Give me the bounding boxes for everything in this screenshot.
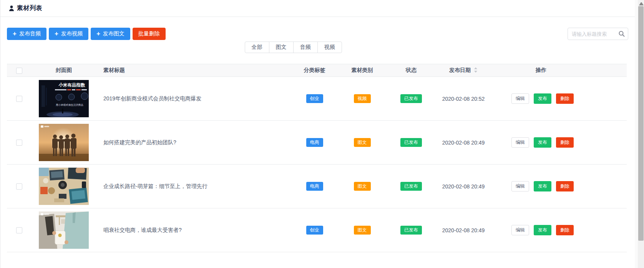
scrollbar-thumb[interactable] <box>638 6 644 241</box>
header-cover: 封面图 <box>31 64 96 77</box>
material-table-wrap: 封面图 素材标题 分类标签 素材类别 状态 发布日期 操作 <box>0 53 635 252</box>
table-row: 如何搭建完美的产品初始团队? 电商 图文 已发布 2020-02-08 20:4… <box>7 121 627 165</box>
main-panel: 素材列表 + 发布音频 + 发布视频 + 发布图文 批量删除 <box>0 0 635 268</box>
publish-button[interactable]: 发布 <box>534 225 551 235</box>
filter-video[interactable]: 视频 <box>317 42 342 53</box>
cover-thumbnail-handoff <box>39 211 89 249</box>
table-row: 小米有品指数 用小米模式做生活消费品 2019年创 <box>7 77 627 121</box>
cover-thumbnail-desk <box>39 168 89 205</box>
header-category: 分类标签 <box>296 64 333 77</box>
select-all-checkbox[interactable] <box>16 68 22 74</box>
category-tag: 电商 <box>306 138 323 146</box>
scrollbar[interactable] <box>638 0 644 268</box>
type-tag: 图文 <box>354 226 371 234</box>
viewport: 素材列表 + 发布音频 + 发布视频 + 发布图文 批量删除 <box>0 0 644 268</box>
type-tag: 视频 <box>354 94 371 103</box>
search-box <box>568 28 628 40</box>
plus-icon: + <box>96 30 100 37</box>
cover-thumbnail-stage: 小米有品指数 用小米模式做生活消费品 <box>39 80 89 117</box>
publish-date: 2020-02-08 20:49 <box>442 140 485 146</box>
header-status: 状态 <box>392 64 431 77</box>
filter-group: 全部 图文 音频 视频 <box>0 42 586 53</box>
plus-icon: + <box>13 30 17 37</box>
row-checkbox[interactable] <box>16 227 22 233</box>
publish-date: 2020-02-08 20:49 <box>442 183 485 190</box>
scroll-gap <box>635 0 638 268</box>
row-checkbox[interactable] <box>16 96 22 102</box>
publish-button[interactable]: 发布 <box>534 181 551 191</box>
select-all-header <box>7 64 31 77</box>
row-checkbox[interactable] <box>16 140 22 146</box>
delete-button[interactable]: 删除 <box>556 137 574 147</box>
sort-icon[interactable] <box>474 67 478 74</box>
edit-button[interactable]: 编辑 <box>511 225 529 235</box>
filter-article[interactable]: 图文 <box>269 42 294 53</box>
topbar: 素材列表 <box>0 0 635 17</box>
material-table: 封面图 素材标题 分类标签 素材类别 状态 发布日期 操作 <box>7 64 627 252</box>
publish-button[interactable]: 发布 <box>534 93 551 103</box>
publish-video-button[interactable]: + 发布视频 <box>49 28 88 40</box>
category-tag: 创业 <box>306 94 323 103</box>
publish-date: 2020-02-08 20:49 <box>442 227 485 233</box>
svg-text:用小米模式做生活消费品: 用小米模式做生活消费品 <box>56 103 83 107</box>
status-badge: 已发布 <box>400 182 422 190</box>
delete-button[interactable]: 删除 <box>556 225 574 235</box>
edit-button[interactable]: 编辑 <box>511 93 529 103</box>
table-row: 唱衰社交电商，谁成最大受害者? 创业 图文 已发布 2020-02-08 20:… <box>7 208 627 252</box>
type-tag: 图文 <box>354 182 371 190</box>
scroll-up-arrow-icon[interactable] <box>639 1 644 5</box>
table-header-row: 封面图 素材标题 分类标签 素材类别 状态 发布日期 操作 <box>7 64 627 77</box>
batch-delete-button[interactable]: 批量删除 <box>133 28 166 40</box>
table-row: 企业成长路径-萌芽篇：细节至上，管理先行 电商 图文 已发布 2020-02-0… <box>7 165 627 208</box>
header-filler <box>586 64 627 77</box>
material-title: 企业成长路径-萌芽篇：细节至上，管理先行 <box>103 183 207 189</box>
page-title: 素材列表 <box>17 4 42 12</box>
type-tag: 图文 <box>354 138 371 146</box>
edit-button[interactable]: 编辑 <box>511 181 529 191</box>
user-icon <box>9 5 14 12</box>
material-title: 如何搭建完美的产品初始团队? <box>103 139 176 145</box>
header-type: 素材类别 <box>333 64 392 77</box>
status-badge: 已发布 <box>400 94 422 103</box>
edit-button[interactable]: 编辑 <box>511 137 529 147</box>
header-date-sortable[interactable]: 发布日期 <box>431 64 496 77</box>
material-title: 2019年创新商业模式会员制社交电商爆发 <box>103 95 201 102</box>
header-title: 素材标题 <box>96 64 296 77</box>
publish-audio-button[interactable]: + 发布音频 <box>7 28 46 40</box>
search-icon[interactable] <box>618 30 625 37</box>
filter-audio[interactable]: 音频 <box>293 42 318 53</box>
status-badge: 已发布 <box>400 138 422 146</box>
delete-button[interactable]: 删除 <box>556 181 574 191</box>
publish-article-button[interactable]: + 发布图文 <box>91 28 130 40</box>
cover-thumbnail-sunset-team <box>39 124 89 161</box>
filter-all[interactable]: 全部 <box>245 42 269 53</box>
toolbar: + 发布音频 + 发布视频 + 发布图文 批量删除 <box>0 17 635 40</box>
status-badge: 已发布 <box>400 226 422 234</box>
category-tag: 创业 <box>306 226 323 234</box>
category-tag: 电商 <box>306 182 323 190</box>
publish-button[interactable]: 发布 <box>534 137 551 147</box>
plus-icon: + <box>55 30 58 37</box>
svg-text:小米有品指数: 小米有品指数 <box>58 82 86 88</box>
publish-date: 2020-02-08 20:52 <box>442 96 485 102</box>
header-actions: 操作 <box>496 64 586 77</box>
material-title: 唱衰社交电商，谁成最大受害者? <box>103 227 182 233</box>
delete-button[interactable]: 删除 <box>556 93 574 103</box>
row-checkbox[interactable] <box>16 183 22 190</box>
